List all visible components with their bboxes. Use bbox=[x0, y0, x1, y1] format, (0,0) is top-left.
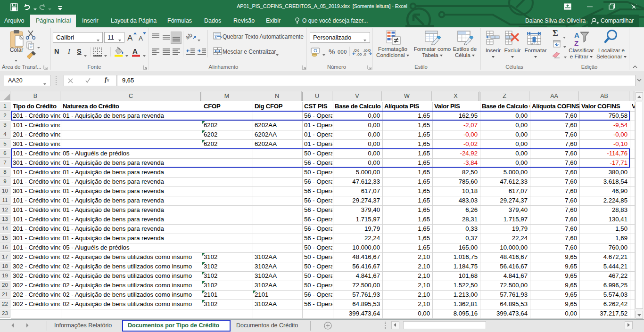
svg-text:ab: ab bbox=[186, 31, 194, 41]
svg-text:0: 0 bbox=[357, 49, 359, 52]
svg-text:A: A bbox=[139, 35, 143, 42]
svg-text:A: A bbox=[132, 47, 138, 55]
svg-text:,00: ,00 bbox=[363, 49, 368, 52]
svg-text:A: A bbox=[127, 33, 133, 42]
svg-text:A: A bbox=[574, 31, 579, 39]
svg-text:,00: ,00 bbox=[356, 52, 362, 56]
svg-text:Z: Z bbox=[574, 39, 578, 46]
svg-text:,0: ,0 bbox=[363, 52, 366, 56]
